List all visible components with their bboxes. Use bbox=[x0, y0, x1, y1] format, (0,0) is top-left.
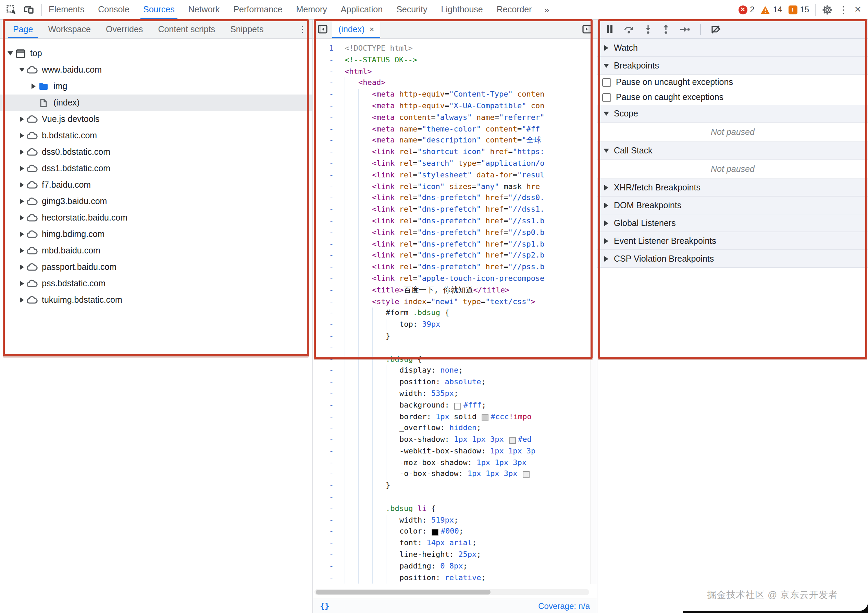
source-code-viewer[interactable]: 1<!DOCTYPE html>-<!--STATUS OK-->-<html>… bbox=[313, 39, 591, 588]
gutter-line-number[interactable]: - bbox=[313, 55, 340, 67]
expander-closed-icon[interactable] bbox=[17, 279, 26, 288]
expander-closed-icon[interactable] bbox=[601, 183, 611, 192]
gutter-line-number[interactable]: - bbox=[313, 331, 340, 342]
step-icon[interactable] bbox=[680, 26, 691, 33]
warning-badge[interactable]: 14 bbox=[761, 5, 782, 14]
error-badge[interactable]: ✕ 2 bbox=[738, 5, 754, 14]
tree-item-img[interactable]: img bbox=[0, 78, 312, 94]
expander-closed-icon[interactable] bbox=[601, 201, 611, 210]
gutter-line-number[interactable]: - bbox=[313, 273, 340, 285]
tab-elements[interactable]: Elements bbox=[42, 0, 91, 19]
gutter-line-number[interactable]: - bbox=[313, 89, 340, 101]
tree-item--index-[interactable]: (index) bbox=[0, 94, 312, 111]
sidebar-tab-overrides[interactable]: Overrides bbox=[98, 20, 150, 38]
section-dom-breakpoints[interactable]: DOM Breakpoints bbox=[597, 197, 868, 214]
gutter-line-number[interactable]: - bbox=[313, 561, 340, 573]
tree-item-f7-baidu-com[interactable]: f7.baidu.com bbox=[0, 177, 312, 193]
pretty-print-icon[interactable]: {} bbox=[320, 601, 330, 611]
expander-closed-icon[interactable] bbox=[601, 236, 611, 245]
gutter-line-number[interactable]: - bbox=[313, 285, 340, 296]
expander-closed-icon[interactable] bbox=[17, 197, 26, 206]
tree-item-dss0-bdstatic-com[interactable]: dss0.bdstatic.com bbox=[0, 144, 312, 160]
gutter-line-number[interactable]: - bbox=[313, 399, 340, 411]
expander-closed-icon[interactable] bbox=[601, 218, 611, 228]
tree-item-mbd-baidu-com[interactable]: mbd.baidu.com bbox=[0, 243, 312, 259]
gutter-line-number[interactable]: - bbox=[313, 112, 340, 124]
device-toolbar-icon[interactable] bbox=[23, 5, 34, 14]
expander-open-icon[interactable] bbox=[5, 49, 14, 58]
sidebar-tab-workspace[interactable]: Workspace bbox=[40, 20, 98, 38]
deactivate-breakpoints-icon[interactable] bbox=[710, 24, 721, 34]
tab-sources[interactable]: Sources bbox=[136, 0, 181, 19]
close-tab-icon[interactable]: × bbox=[369, 24, 374, 34]
section-call-stack[interactable]: Call Stack bbox=[597, 142, 868, 159]
gutter-line-number[interactable]: - bbox=[313, 354, 340, 365]
gutter-line-number[interactable]: - bbox=[313, 296, 340, 308]
gutter-line-number[interactable]: - bbox=[313, 365, 340, 377]
gutter-line-number[interactable]: - bbox=[313, 193, 340, 204]
color-swatch[interactable] bbox=[509, 437, 516, 444]
gutter-line-number[interactable]: - bbox=[313, 446, 340, 458]
gutter-line-number[interactable]: - bbox=[313, 342, 340, 354]
tree-item-vue-js-devtools[interactable]: Vue.js devtools bbox=[0, 111, 312, 127]
tree-item-www-baidu-com[interactable]: www.baidu.com bbox=[0, 62, 312, 78]
gutter-line-number[interactable]: - bbox=[313, 204, 340, 216]
expander-closed-icon[interactable] bbox=[17, 263, 26, 272]
gutter-line-number[interactable]: - bbox=[313, 66, 340, 78]
editor-tab-index[interactable]: (index) × bbox=[332, 20, 380, 38]
gutter-line-number[interactable]: - bbox=[313, 457, 340, 469]
gutter-line-number[interactable]: - bbox=[313, 124, 340, 135]
sidebar-tab-snippets[interactable]: Snippets bbox=[223, 20, 271, 38]
tree-item-himg-bdimg-com[interactable]: himg.bdimg.com bbox=[0, 226, 312, 243]
tab-security[interactable]: Security bbox=[389, 0, 434, 19]
color-swatch[interactable] bbox=[482, 414, 488, 421]
section-breakpoints[interactable]: Breakpoints bbox=[597, 57, 868, 75]
scrollbar-thumb[interactable] bbox=[316, 590, 491, 594]
expander-closed-icon[interactable] bbox=[17, 230, 26, 239]
inspect-element-icon[interactable] bbox=[6, 5, 16, 15]
settings-gear-icon[interactable] bbox=[822, 5, 832, 15]
color-swatch[interactable] bbox=[523, 472, 530, 478]
gutter-line-number[interactable]: - bbox=[313, 515, 340, 526]
gutter-line-number[interactable]: - bbox=[313, 147, 340, 158]
gutter-line-number[interactable]: - bbox=[313, 228, 340, 239]
gutter-line-number[interactable]: - bbox=[313, 411, 340, 423]
expander-closed-icon[interactable] bbox=[17, 246, 26, 255]
gutter-line-number[interactable]: - bbox=[313, 434, 340, 446]
tree-item-tukuimg-bdstatic-com[interactable]: tukuimg.bdstatic.com bbox=[0, 292, 312, 308]
expander-closed-icon[interactable] bbox=[17, 296, 26, 305]
gutter-line-number[interactable]: - bbox=[313, 216, 340, 228]
gutter-line-number[interactable]: - bbox=[313, 377, 340, 389]
tree-item-passport-baidu-com[interactable]: passport.baidu.com bbox=[0, 259, 312, 276]
gutter-line-number[interactable]: - bbox=[313, 492, 340, 503]
gutter-line-number[interactable]: - bbox=[313, 170, 340, 181]
gutter-line-number[interactable]: - bbox=[313, 572, 340, 584]
tree-item-top[interactable]: top bbox=[0, 45, 312, 62]
close-icon[interactable]: × bbox=[854, 3, 861, 16]
gutter-line-number[interactable]: - bbox=[313, 549, 340, 561]
issues-badge[interactable]: ! 15 bbox=[788, 5, 809, 14]
checkbox-pause-on-caught-exceptions[interactable] bbox=[602, 93, 611, 102]
vertical-scrollbar[interactable] bbox=[590, 39, 597, 584]
section-global-listeners[interactable]: Global Listeners bbox=[597, 214, 868, 232]
gutter-line-number[interactable]: - bbox=[313, 469, 340, 480]
section-scope[interactable]: Scope bbox=[597, 105, 868, 122]
tree-item-hectorstatic-baidu-com[interactable]: hectorstatic.baidu.com bbox=[0, 210, 312, 226]
tab-console[interactable]: Console bbox=[91, 0, 136, 19]
section-xhr-fetch-breakpoints[interactable]: XHR/fetch Breakpoints bbox=[597, 179, 868, 197]
expander-closed-icon[interactable] bbox=[17, 131, 26, 140]
hide-navigator-icon[interactable] bbox=[313, 25, 332, 34]
expander-open-icon[interactable] bbox=[601, 61, 611, 70]
gutter-line-number[interactable]: - bbox=[313, 538, 340, 550]
tab-network[interactable]: Network bbox=[181, 0, 227, 19]
step-over-icon[interactable] bbox=[623, 24, 634, 34]
checkbox-pause-on-uncaught-exceptions[interactable] bbox=[602, 78, 611, 87]
more-tabs-icon[interactable]: » bbox=[539, 5, 555, 15]
section-csp-violation-breakpoints[interactable]: CSP Violation Breakpoints bbox=[597, 250, 868, 268]
overflow-menu-icon[interactable]: ⋮ bbox=[839, 4, 848, 15]
show-debugger-icon[interactable] bbox=[578, 25, 597, 34]
tree-item-b-bdstatic-com[interactable]: b.bdstatic.com bbox=[0, 127, 312, 144]
expander-closed-icon[interactable] bbox=[17, 115, 26, 124]
expander-open-icon[interactable] bbox=[601, 146, 611, 155]
gutter-line-number[interactable]: - bbox=[313, 526, 340, 538]
